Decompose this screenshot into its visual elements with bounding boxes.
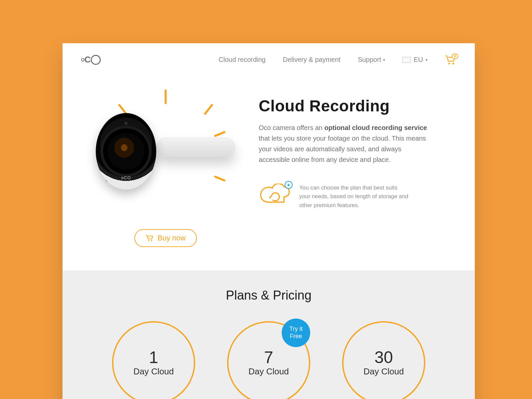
- cart-count-badge: 0: [452, 54, 458, 59]
- nav-support-label: Support: [358, 56, 381, 64]
- nav-delivery-payment-label: Delivery & payment: [283, 56, 340, 64]
- product-illustration: oCO: [96, 88, 235, 214]
- ray-icon: [203, 103, 213, 115]
- hero-left: oCO Buy now: [86, 88, 245, 247]
- svg-point-0: [448, 63, 450, 64]
- svg-point-1: [452, 63, 454, 64]
- hero-desc-bold: optional cloud recording service: [325, 124, 427, 131]
- buy-now-button[interactable]: Buy now: [134, 229, 197, 247]
- plan-number: 30: [374, 349, 393, 366]
- logo-ring-icon: [91, 55, 101, 65]
- page: C Cloud recording Delivery & payment Sup…: [63, 43, 475, 399]
- buy-now-label: Buy now: [158, 234, 186, 242]
- nav-cloud-recording-label: Cloud recording: [219, 56, 266, 64]
- nav-cloud-recording[interactable]: Cloud recording: [219, 56, 266, 64]
- star-badge-icon: ★: [285, 181, 293, 189]
- ray-icon: [214, 175, 226, 182]
- logo[interactable]: C: [81, 55, 101, 65]
- nav-support[interactable]: Support ▾: [358, 56, 385, 64]
- plans-section: Plans & Pricing 1 Day Cloud Try it Free …: [63, 270, 475, 399]
- plan-hint: ★ You can choose the plan that best suit…: [259, 184, 452, 210]
- hero-right: Cloud Recording Oco camera offers an opt…: [259, 88, 452, 247]
- plan-hint-text: You can choose the plan that best suits …: [299, 184, 409, 210]
- chevron-down-icon: ▾: [383, 58, 385, 62]
- cloud-icon-box: ★: [259, 184, 291, 207]
- plan-1-day[interactable]: 1 Day Cloud: [112, 321, 195, 399]
- svg-point-2: [148, 240, 149, 241]
- camera-icon: oCO: [96, 113, 156, 190]
- camera-stand-icon: [156, 137, 235, 157]
- hero-desc-prefix: Oco camera offers an: [259, 124, 325, 131]
- plan-row: 1 Day Cloud Try it Free 7 Day Cloud 30 D…: [82, 321, 455, 399]
- plan-7-day[interactable]: Try it Free 7 Day Cloud: [227, 321, 310, 399]
- ray-icon: [165, 89, 167, 104]
- region-selector[interactable]: EU ▾: [402, 56, 428, 64]
- flag-icon: [402, 57, 411, 63]
- plan-label: Day Cloud: [248, 366, 289, 377]
- try-free-badge: Try it Free: [282, 319, 310, 347]
- logo-dot-icon: [81, 58, 84, 62]
- cart-icon: [146, 234, 154, 242]
- camera-brand-label: oCO: [121, 175, 131, 180]
- plan-number: 1: [149, 349, 158, 366]
- hero-section: oCO Buy now Cloud Recording Oco camera o…: [63, 75, 475, 270]
- ray-icon: [214, 131, 226, 137]
- cart-button[interactable]: 0: [445, 55, 456, 65]
- hero-title: Cloud Recording: [259, 97, 452, 115]
- region-label: EU: [414, 56, 423, 64]
- main-nav: Cloud recording Delivery & payment Suppo…: [219, 55, 456, 65]
- hero-desc-suffix: that lets you store your footage on the …: [259, 135, 426, 163]
- logo-c-icon: C: [84, 55, 91, 65]
- plan-label: Day Cloud: [133, 366, 174, 377]
- plan-number: 7: [264, 349, 273, 366]
- nav-delivery-payment[interactable]: Delivery & payment: [283, 56, 340, 64]
- plans-title: Plans & Pricing: [82, 288, 455, 303]
- header: C Cloud recording Delivery & payment Sup…: [63, 43, 475, 75]
- hero-description: Oco camera offers an optional cloud reco…: [259, 122, 432, 165]
- plan-30-day[interactable]: 30 Day Cloud: [342, 321, 425, 399]
- plan-label: Day Cloud: [363, 366, 404, 377]
- svg-point-3: [151, 240, 152, 241]
- chevron-down-icon: ▾: [426, 58, 428, 62]
